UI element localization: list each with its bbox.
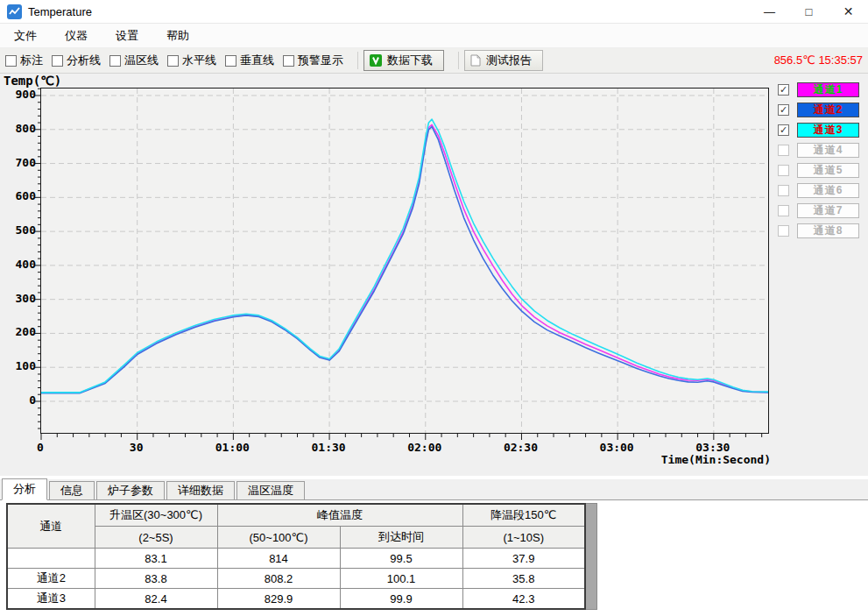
checkbox-box (167, 55, 179, 67)
checkbox-box (52, 55, 63, 67)
download-data-button[interactable]: 数据下载 (363, 50, 444, 71)
plot-region[interactable] (40, 88, 769, 434)
y-tick-label: 300 (4, 292, 36, 305)
checkbox-box (109, 55, 121, 67)
table-cell: 808.2 (217, 569, 340, 589)
download-icon (370, 54, 382, 67)
table-cell: 37.9 (462, 549, 585, 569)
menu-item-4[interactable]: 帮助 (158, 25, 198, 47)
table-cell: 35.8 (462, 569, 585, 589)
close-button[interactable]: ✕ (829, 0, 868, 23)
table-row: 通道283.8808.2100.135.8 (7, 569, 585, 589)
status-temp-time: 856.5℃ 15:35:57 (774, 53, 863, 67)
checkbox-box (283, 55, 294, 67)
tab-温区温度[interactable]: 温区温度 (236, 481, 305, 499)
x-tick-label: 30 (110, 441, 163, 454)
y-tick-label: 600 (4, 189, 36, 202)
x-tick-label: 03:00 (590, 441, 643, 454)
channel-button-8[interactable]: 通道8 (797, 223, 859, 238)
channel-button-4[interactable]: 通道4 (797, 143, 859, 158)
checkbox-box (225, 55, 236, 67)
table-group-header: 峰值温度 (217, 504, 462, 527)
channel-checkbox-3[interactable]: ✓ (778, 124, 789, 136)
checkbox-box (5, 55, 17, 67)
toolbar-checkbox-1[interactable]: 标注 (5, 53, 43, 68)
toolbar-checkbox-2[interactable]: 分析线 (52, 53, 101, 68)
channel-button-6[interactable]: 通道6 (797, 183, 859, 198)
table-cell: 814 (217, 549, 340, 569)
test-report-label: 测试报告 (486, 53, 532, 68)
toolbar-checkbox-3[interactable]: 温区线 (109, 53, 159, 68)
series-通道2 (41, 127, 768, 393)
window-controls: —□✕ (750, 0, 868, 23)
channel-row-1: ✓通道1 (778, 82, 859, 96)
analysis-table: 通道升温区(30~300℃)峰值温度降温段150℃(2~5S)(50~100℃)… (6, 503, 586, 610)
table-row: 通道183.181499.537.9 (7, 549, 585, 569)
y-tick-label: 100 (4, 359, 36, 372)
x-tick-label: 02:00 (399, 441, 451, 454)
row-label-通道2[interactable]: 通道2 (7, 569, 95, 589)
table-cell: 99.9 (340, 589, 462, 610)
table-group-header: 升温区(30~300℃) (95, 504, 217, 527)
row-label-通道3[interactable]: 通道3 (7, 589, 95, 610)
table-header-channel: 通道 (7, 504, 95, 549)
menu-item-2[interactable]: 仪器 (56, 25, 96, 47)
table-sub-header: 到达时间 (340, 527, 462, 549)
channel-row-7: 通道7 (778, 203, 859, 217)
window-title: Temperature (28, 5, 92, 18)
channel-button-3[interactable]: 通道3 (797, 123, 859, 138)
toolbar-checkbox-5[interactable]: 垂直线 (225, 53, 274, 68)
table-row: 通道382.4829.999.942.3 (7, 589, 585, 610)
tab-炉子参数[interactable]: 炉子参数 (96, 481, 165, 499)
channel-row-3: ✓通道3 (778, 123, 859, 137)
channel-button-2[interactable]: 通道2 (797, 103, 859, 117)
channel-row-4: 通道4 (778, 143, 859, 157)
row-label-通道1[interactable]: 通道1 (7, 549, 95, 569)
tab-详细数据[interactable]: 详细数据 (166, 481, 235, 499)
test-report-button[interactable]: 测试报告 (464, 50, 543, 71)
y-axis-title: Temp(℃) (0, 74, 61, 88)
series-通道1 (41, 124, 768, 393)
minimize-button[interactable]: — (750, 0, 789, 23)
tab-信息[interactable]: 信息 (49, 481, 95, 499)
menu-item-3[interactable]: 设置 (107, 25, 147, 47)
channel-checkbox-2[interactable]: ✓ (778, 104, 789, 116)
series-通道3 (41, 119, 768, 393)
channel-checkbox-8[interactable] (778, 225, 789, 237)
toolbar-separator (357, 52, 358, 69)
analysis-panel: 通道升温区(30~300℃)峰值温度降温段150℃(2~5S)(50~100℃)… (0, 500, 868, 610)
toolbar-checkbox-4[interactable]: 水平线 (167, 53, 216, 68)
toolbar: 标注分析线温区线水平线垂直线预警显示 数据下载 测试报告 856.5℃ 15:3… (0, 48, 868, 74)
channel-checkbox-7[interactable] (778, 205, 789, 216)
chart-area: Temp(℃) 01002003004005006007008009000300… (0, 74, 868, 476)
table-cell: 42.3 (462, 589, 585, 610)
table-cell: 100.1 (340, 569, 462, 589)
x-tick-label: 01:30 (302, 441, 355, 454)
y-tick-label: 800 (4, 122, 36, 135)
table-group-header: 降温段150℃ (462, 504, 585, 527)
toolbar-checkbox-label: 标注 (20, 53, 43, 68)
menu-item-1[interactable]: 文件 (5, 25, 46, 47)
toolbar-separator (458, 52, 459, 69)
toolbar-checkbox-label: 分析线 (67, 53, 101, 68)
table-side-strip (586, 503, 597, 610)
download-data-label: 数据下载 (387, 53, 433, 68)
channel-button-7[interactable]: 通道7 (797, 203, 859, 218)
report-icon (470, 54, 481, 67)
table-cell: 82.4 (95, 589, 217, 610)
channel-checkbox-5[interactable] (778, 165, 789, 176)
channel-checkbox-6[interactable] (778, 185, 789, 196)
channel-button-5[interactable]: 通道5 (797, 163, 859, 178)
x-tick-label: 0 (14, 441, 67, 454)
y-tick-label: 200 (4, 325, 36, 338)
toolbar-checkbox-6[interactable]: 预警显示 (283, 53, 343, 68)
y-tick-label: 0 (4, 393, 36, 407)
toolbar-checkbox-label: 预警显示 (298, 53, 343, 68)
maximize-button[interactable]: □ (789, 0, 829, 23)
channel-row-8: 通道8 (778, 223, 859, 237)
channel-checkbox-4[interactable] (778, 145, 789, 156)
tab-分析[interactable]: 分析 (2, 478, 47, 500)
channel-checkbox-1[interactable]: ✓ (778, 84, 789, 96)
table-sub-header: (1~10S) (462, 527, 585, 549)
channel-button-1[interactable]: 通道1 (797, 82, 859, 97)
